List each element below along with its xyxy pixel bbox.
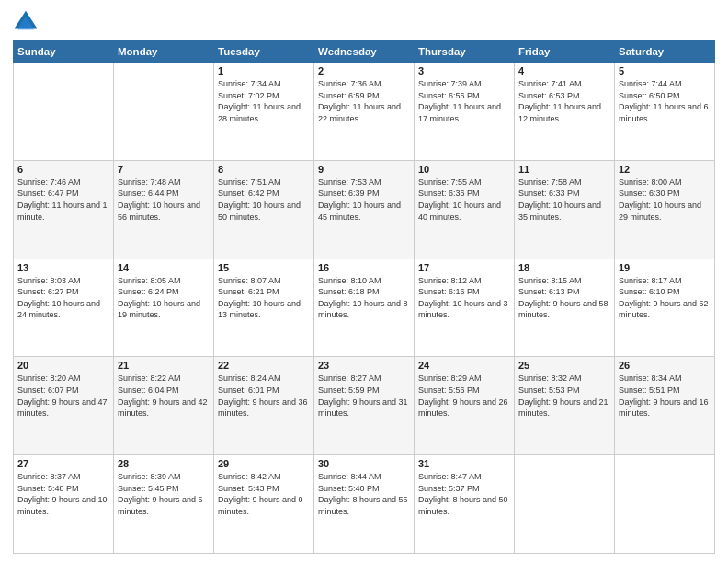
logo-icon [13,9,39,35]
day-info: Sunrise: 7:41 AM Sunset: 6:53 PM Dayligh… [518,78,610,124]
day-cell: 12Sunrise: 8:00 AM Sunset: 6:30 PM Dayli… [615,160,715,259]
day-number: 1 [218,65,310,76]
day-info: Sunrise: 7:44 AM Sunset: 6:50 PM Dayligh… [619,78,711,124]
day-info: Sunrise: 7:53 AM Sunset: 6:39 PM Dayligh… [318,177,410,223]
day-number: 29 [218,458,310,469]
week-row-2: 6Sunrise: 7:46 AM Sunset: 6:47 PM Daylig… [14,160,715,259]
day-cell: 3Sunrise: 7:39 AM Sunset: 6:56 PM Daylig… [415,63,515,161]
day-cell: 4Sunrise: 7:41 AM Sunset: 6:53 PM Daylig… [515,63,615,161]
day-info: Sunrise: 8:03 AM Sunset: 6:27 PM Dayligh… [17,275,109,321]
day-info: Sunrise: 8:15 AM Sunset: 6:13 PM Dayligh… [518,275,610,321]
day-number: 26 [619,360,711,371]
day-number: 24 [418,360,510,371]
day-info: Sunrise: 8:32 AM Sunset: 5:53 PM Dayligh… [518,373,610,419]
day-info: Sunrise: 8:42 AM Sunset: 5:43 PM Dayligh… [218,471,310,517]
logo [13,9,42,35]
day-cell: 23Sunrise: 8:27 AM Sunset: 5:59 PM Dayli… [314,357,415,455]
day-number: 18 [518,262,610,273]
day-cell: 10Sunrise: 7:55 AM Sunset: 6:36 PM Dayli… [415,160,515,259]
day-cell: 14Sunrise: 8:05 AM Sunset: 6:24 PM Dayli… [114,259,214,357]
day-info: Sunrise: 8:17 AM Sunset: 6:10 PM Dayligh… [619,275,711,321]
day-info: Sunrise: 7:39 AM Sunset: 6:56 PM Dayligh… [418,78,510,124]
day-cell: 21Sunrise: 8:22 AM Sunset: 6:04 PM Dayli… [114,357,214,455]
day-number: 17 [418,262,510,273]
day-number: 13 [17,262,109,273]
day-info: Sunrise: 7:36 AM Sunset: 6:59 PM Dayligh… [318,78,410,124]
day-info: Sunrise: 8:22 AM Sunset: 6:04 PM Dayligh… [118,373,210,419]
day-cell: 9Sunrise: 7:53 AM Sunset: 6:39 PM Daylig… [314,160,415,259]
day-cell: 27Sunrise: 8:37 AM Sunset: 5:48 PM Dayli… [14,455,114,554]
day-cell: 6Sunrise: 7:46 AM Sunset: 6:47 PM Daylig… [14,160,114,259]
day-number: 10 [418,164,510,175]
day-info: Sunrise: 8:12 AM Sunset: 6:16 PM Dayligh… [418,275,510,321]
day-info: Sunrise: 8:10 AM Sunset: 6:18 PM Dayligh… [318,275,410,321]
day-info: Sunrise: 8:37 AM Sunset: 5:48 PM Dayligh… [17,471,109,517]
day-info: Sunrise: 7:58 AM Sunset: 6:33 PM Dayligh… [518,177,610,223]
day-info: Sunrise: 8:39 AM Sunset: 5:45 PM Dayligh… [118,471,210,517]
day-header-wednesday: Wednesday [314,41,415,63]
day-info: Sunrise: 8:20 AM Sunset: 6:07 PM Dayligh… [17,373,109,419]
day-number: 16 [318,262,410,273]
day-number: 23 [318,360,410,371]
day-number: 4 [518,65,610,76]
day-cell: 15Sunrise: 8:07 AM Sunset: 6:21 PM Dayli… [214,259,314,357]
day-cell: 22Sunrise: 8:24 AM Sunset: 6:01 PM Dayli… [214,357,314,455]
day-info: Sunrise: 7:55 AM Sunset: 6:36 PM Dayligh… [418,177,510,223]
day-cell: 24Sunrise: 8:29 AM Sunset: 5:56 PM Dayli… [415,357,515,455]
day-number: 25 [518,360,610,371]
day-cell [14,63,114,161]
day-number: 2 [318,65,410,76]
day-cell: 31Sunrise: 8:47 AM Sunset: 5:37 PM Dayli… [415,455,515,554]
day-number: 11 [518,164,610,175]
page: SundayMondayTuesdayWednesdayThursdayFrid… [0,0,728,563]
day-info: Sunrise: 8:29 AM Sunset: 5:56 PM Dayligh… [418,373,510,419]
day-cell: 1Sunrise: 7:34 AM Sunset: 7:02 PM Daylig… [214,63,314,161]
day-info: Sunrise: 8:07 AM Sunset: 6:21 PM Dayligh… [218,275,310,321]
day-cell: 8Sunrise: 7:51 AM Sunset: 6:42 PM Daylig… [214,160,314,259]
day-info: Sunrise: 8:24 AM Sunset: 6:01 PM Dayligh… [218,373,310,419]
day-header-friday: Friday [515,41,615,63]
day-cell: 28Sunrise: 8:39 AM Sunset: 5:45 PM Dayli… [114,455,214,554]
day-info: Sunrise: 7:48 AM Sunset: 6:44 PM Dayligh… [118,177,210,223]
day-cell: 11Sunrise: 7:58 AM Sunset: 6:33 PM Dayli… [515,160,615,259]
day-info: Sunrise: 8:27 AM Sunset: 5:59 PM Dayligh… [318,373,410,419]
day-number: 28 [118,458,210,469]
day-info: Sunrise: 7:46 AM Sunset: 6:47 PM Dayligh… [17,177,109,223]
day-cell [615,455,715,554]
day-number: 8 [218,164,310,175]
day-info: Sunrise: 8:05 AM Sunset: 6:24 PM Dayligh… [118,275,210,321]
day-cell: 20Sunrise: 8:20 AM Sunset: 6:07 PM Dayli… [14,357,114,455]
day-info: Sunrise: 8:47 AM Sunset: 5:37 PM Dayligh… [418,471,510,517]
day-cell: 29Sunrise: 8:42 AM Sunset: 5:43 PM Dayli… [214,455,314,554]
day-header-thursday: Thursday [415,41,515,63]
calendar-header-row: SundayMondayTuesdayWednesdayThursdayFrid… [14,41,715,63]
day-number: 20 [17,360,109,371]
day-number: 15 [218,262,310,273]
day-cell: 13Sunrise: 8:03 AM Sunset: 6:27 PM Dayli… [14,259,114,357]
day-number: 27 [17,458,109,469]
day-number: 9 [318,164,410,175]
week-row-4: 20Sunrise: 8:20 AM Sunset: 6:07 PM Dayli… [14,357,715,455]
day-info: Sunrise: 8:34 AM Sunset: 5:51 PM Dayligh… [619,373,711,419]
day-cell: 16Sunrise: 8:10 AM Sunset: 6:18 PM Dayli… [314,259,415,357]
day-cell: 25Sunrise: 8:32 AM Sunset: 5:53 PM Dayli… [515,357,615,455]
day-cell: 18Sunrise: 8:15 AM Sunset: 6:13 PM Dayli… [515,259,615,357]
day-info: Sunrise: 7:34 AM Sunset: 7:02 PM Dayligh… [218,78,310,124]
day-cell [515,455,615,554]
day-number: 5 [619,65,711,76]
day-number: 12 [619,164,711,175]
week-row-1: 1Sunrise: 7:34 AM Sunset: 7:02 PM Daylig… [14,63,715,161]
day-cell: 7Sunrise: 7:48 AM Sunset: 6:44 PM Daylig… [114,160,214,259]
day-cell: 17Sunrise: 8:12 AM Sunset: 6:16 PM Dayli… [415,259,515,357]
day-cell: 2Sunrise: 7:36 AM Sunset: 6:59 PM Daylig… [314,63,415,161]
day-number: 21 [118,360,210,371]
header [13,9,715,35]
day-header-sunday: Sunday [14,41,114,63]
day-number: 19 [619,262,711,273]
day-header-monday: Monday [114,41,214,63]
day-number: 6 [17,164,109,175]
day-info: Sunrise: 8:44 AM Sunset: 5:40 PM Dayligh… [318,471,410,517]
day-number: 3 [418,65,510,76]
day-number: 14 [118,262,210,273]
day-number: 22 [218,360,310,371]
